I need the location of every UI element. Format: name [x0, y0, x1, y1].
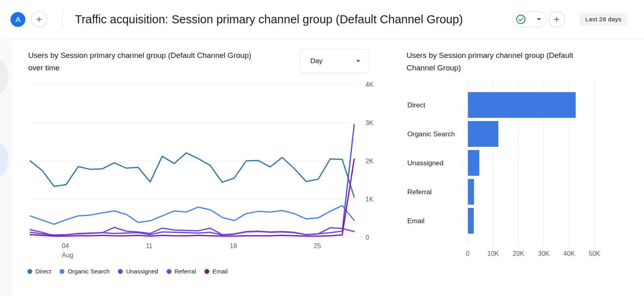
- bar-category-label-referral: Referral: [407, 188, 431, 196]
- chevron-down-icon: [356, 60, 360, 62]
- legend-label-unassigned: Unassigned: [126, 268, 158, 275]
- legend-item-direct: Direct: [27, 268, 51, 275]
- legend-label-referral: Referral: [175, 268, 196, 275]
- granularity-dropdown[interactable]: Day: [299, 49, 369, 73]
- x-tick-label: 18: [230, 243, 237, 249]
- line-series-referral[interactable]: [30, 227, 354, 236]
- chevron-down-icon: [537, 18, 541, 21]
- plus-icon: +: [36, 14, 42, 25]
- legend-dot-referral: [167, 269, 171, 274]
- bar-category-label-direct: Direct: [407, 101, 425, 109]
- x-tick-label: 0: [466, 250, 470, 257]
- bar-direct[interactable]: [468, 92, 576, 118]
- add-button-right[interactable]: +: [549, 11, 565, 27]
- bar-organic-search[interactable]: [468, 121, 499, 147]
- line-chart-legend: DirectOrganic SearchUnassignedReferralEm…: [27, 268, 227, 275]
- traffic-acquisition-card: A + Traffic acquisition: Session primary…: [0, 0, 644, 296]
- add-button-left[interactable]: +: [31, 11, 47, 27]
- legend-dot-unassigned: [118, 269, 123, 274]
- x-tick-label: 10K: [487, 250, 499, 257]
- x-tick-label: 40K: [564, 250, 575, 257]
- x-tick-label: 30K: [538, 250, 550, 257]
- x-tick-label: 25: [314, 243, 321, 249]
- card-header: A + Traffic acquisition: Session primary…: [0, 0, 644, 39]
- x-tick-label: 04: [62, 243, 69, 249]
- x-tick-sublabel: Aug: [62, 252, 73, 259]
- y-tick-label: 1K: [365, 196, 374, 203]
- legend-label-email: Email: [213, 268, 228, 275]
- bar-category-label-email: Email: [407, 217, 425, 225]
- line-chart-title-line2: over time: [28, 64, 60, 72]
- line-series-direct[interactable]: [30, 153, 354, 197]
- bar-email[interactable]: [468, 208, 474, 234]
- check-circle-icon: [516, 14, 526, 25]
- avatar[interactable]: A: [10, 12, 25, 27]
- y-tick-label: 4K: [365, 81, 374, 88]
- bar-category-label-unassigned: Unassigned: [407, 159, 444, 167]
- y-tick-label: 2K: [365, 158, 374, 164]
- bar-referral[interactable]: [468, 179, 474, 205]
- x-tick-label: 20K: [513, 250, 524, 257]
- bar-chart-title: Users by Session primary channel group (…: [407, 49, 616, 74]
- legend-item-unassigned: Unassigned: [118, 268, 158, 275]
- legend-label-organic-search: Organic Search: [68, 268, 109, 275]
- line-chart-svg: 01K2K3K4K04Aug111825: [16, 79, 378, 261]
- y-tick-label: 0: [365, 234, 369, 241]
- legend-item-referral: Referral: [167, 268, 196, 275]
- x-tick-label: 11: [146, 243, 153, 249]
- bar-unassigned[interactable]: [468, 150, 479, 176]
- y-tick-label: 3K: [365, 119, 374, 126]
- legend-item-email: Email: [204, 268, 228, 275]
- header-rule: [10, 39, 644, 39]
- legend-dot-email: [204, 269, 209, 274]
- cropped-button-gray: [0, 60, 8, 94]
- x-tick-label: 50K: [589, 250, 601, 257]
- left-cropped-rail: [0, 39, 10, 296]
- line-series-email[interactable]: [30, 159, 354, 236]
- granularity-value: Day: [310, 57, 322, 65]
- line-series-organic-search[interactable]: [30, 206, 354, 224]
- line-chart-title-line1: Users by Session primary channel group (…: [28, 51, 251, 60]
- status-dropdown-pill[interactable]: [512, 11, 547, 27]
- page-title: Traffic acquisition: Session primary cha…: [75, 12, 463, 27]
- line-chart-title: Users by Session primary channel group (…: [28, 49, 302, 74]
- bar-chart-title-line1: Users by Session primary channel group (…: [407, 51, 573, 60]
- plus-icon: +: [554, 14, 559, 25]
- bar-chart-svg: 010K20K30K40K50KDirectOrganic SearchUnas…: [402, 79, 631, 261]
- cropped-button-blue: [0, 143, 8, 177]
- avatar-letter: A: [15, 15, 21, 24]
- date-range-label: Last 28 days: [580, 13, 627, 26]
- bar-chart-title-line2: Channel Group): [407, 64, 461, 72]
- header-divider: [62, 10, 63, 28]
- bar-category-label-organic-search: Organic Search: [407, 130, 455, 138]
- legend-dot-organic-search: [60, 269, 64, 274]
- legend-dot-direct: [27, 269, 32, 274]
- legend-label-direct: Direct: [35, 268, 51, 275]
- legend-item-organic-search: Organic Search: [60, 268, 109, 275]
